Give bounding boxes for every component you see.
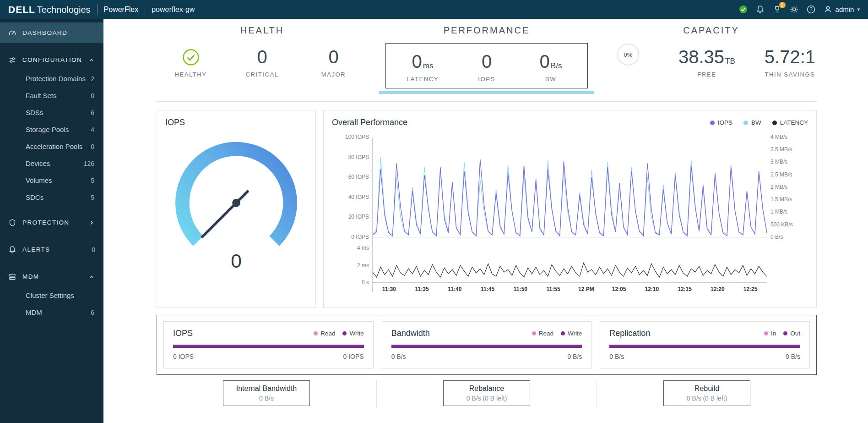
y-axis-label: 60 IOPS (336, 174, 373, 180)
item-count: 0 (91, 143, 94, 150)
sidebar-item-cluster-settings[interactable]: Cluster Settings (0, 287, 103, 304)
right-value: 0 B/s (567, 353, 582, 360)
product-name: PowerFlex (104, 5, 139, 14)
capacity-title: CAPACITY (606, 25, 817, 36)
read-dot-icon (532, 331, 536, 335)
overall-performance-card: Overall Performance IOPS BW LATENCY 100 … (323, 110, 817, 308)
x-tick: 11:55 (537, 286, 570, 292)
health-summary[interactable]: HEALTH HEALTHY 0 CRITICAL 0 MAJOR (157, 25, 368, 78)
item-count: 6 (91, 109, 94, 116)
sidebar-item-configuration[interactable]: CONFIGURATION (0, 49, 103, 70)
sidebar-item-alerts[interactable]: ALERTS 0 (0, 239, 103, 260)
box-title: Rebalance (454, 385, 520, 393)
performance-chart: 100 IOPS 80 IOPS 60 IOPS 40 IOPS 20 IOPS… (372, 137, 767, 292)
sidebar-item-acceleration-pools[interactable]: Acceleration Pools 0 (0, 138, 103, 155)
legend-bw[interactable]: BW (743, 119, 761, 126)
legend-out: Out (783, 330, 800, 337)
milestones-trophy-icon[interactable]: 0 (773, 5, 781, 14)
replication-inout-card: Replication In Out 0 B/s 0 B/s (600, 321, 810, 368)
legend-label: Write (349, 330, 363, 337)
sidebar-item-sdcs[interactable]: SDCs 5 (0, 189, 103, 206)
sidebar-item-sdss[interactable]: SDSs 6 (0, 104, 103, 121)
performance-summary: PERFORMANCE 0ms LATENCY 0 IOPS 0B/s BW (368, 25, 606, 94)
sidebar-item-dashboard[interactable]: DASHBOARD (0, 22, 103, 43)
x-tick: 12 PM (570, 286, 603, 292)
y-axis-label: 40 IOPS (336, 194, 373, 200)
critical-label: CRITICAL (241, 71, 283, 78)
latency-axis-label: 0 s (336, 279, 373, 286)
y2-axis-label: 3 MB/s (767, 159, 787, 165)
sidebar-item-storage-pools[interactable]: Storage Pools 4 (0, 121, 103, 138)
thin-savings-value: 5.72:1 (765, 43, 815, 66)
x-tick: 12:05 (602, 286, 635, 292)
latency-unit: ms (423, 62, 434, 71)
legend-iops[interactable]: IOPS (710, 119, 732, 126)
settings-gear-icon[interactable] (790, 5, 798, 14)
capacity-summary[interactable]: CAPACITY 0% 38.35TB FREE 5.72:1 THIN SAV… (606, 25, 817, 78)
latency-value: 0 (412, 52, 422, 71)
sidebar-item-mdm[interactable]: MDM (0, 266, 103, 287)
box-value: 0 B/s (0 B left) (454, 395, 520, 402)
sidebar: DASHBOARD CONFIGURATION Protection Domai… (0, 19, 103, 423)
sidebar-item-fault-sets[interactable]: Fault Sets 0 (0, 87, 103, 104)
card-title: IOPS (173, 329, 193, 338)
major-metric: 0 MAJOR (313, 43, 355, 78)
brand-technologies: Technologies (37, 5, 91, 15)
topbar-divider (145, 5, 145, 15)
rebalance-box: Rebalance 0 B/s (0 B left) (443, 380, 530, 406)
item-count: 5 (91, 177, 94, 184)
sidebar-item-label: CONFIGURATION (22, 56, 82, 63)
item-count: 0 (91, 92, 94, 99)
replication-inout-bar (609, 345, 800, 348)
y-axis-label: 20 IOPS (336, 214, 373, 220)
configuration-icon (8, 56, 16, 64)
major-label: MAJOR (313, 71, 355, 78)
sidebar-child-label: Cluster Settings (26, 291, 74, 299)
y2-axis-label: 3.5 MB/s (767, 146, 792, 153)
latency-metric: 0ms LATENCY (401, 48, 444, 82)
sidebar-item-volumes[interactable]: Volumes 5 (0, 172, 103, 189)
bw-dot-icon (743, 121, 748, 125)
y2-axis-label: 2.5 MB/s (767, 171, 792, 178)
left-value: 0 B/s (391, 353, 406, 360)
summary-divider (157, 101, 817, 102)
trophy-badge-count: 0 (779, 2, 786, 8)
user-label: admin (835, 5, 854, 13)
notifications-bell-icon[interactable] (756, 5, 765, 14)
box-title: Internal Bandwidth (233, 385, 299, 393)
sidebar-item-protection[interactable]: PROTECTION (0, 212, 103, 233)
dashboard-icon (8, 29, 16, 37)
health-status-icon[interactable] (739, 5, 748, 14)
x-tick: 11:30 (373, 286, 406, 292)
iops-readwrite-bar (173, 345, 364, 348)
write-dot-icon (561, 331, 565, 335)
legend-label: In (771, 330, 776, 337)
sidebar-item-devices[interactable]: Devices 126 (0, 155, 103, 172)
legend-write: Write (561, 330, 582, 337)
latency-label: LATENCY (401, 76, 444, 82)
latency-axis-label: 4 ms (336, 245, 373, 251)
user-menu[interactable]: admin ▾ (824, 5, 860, 14)
box-value: 0 B/s (0 B left) (674, 395, 740, 402)
legend-label: Read (539, 330, 553, 337)
item-count: 5 (91, 194, 94, 201)
y-axis-label: 0 IOPS (336, 234, 373, 240)
y2-axis-label: 4 MB/s (767, 134, 787, 140)
free-label: FREE (678, 71, 735, 78)
sidebar-item-protection-domains[interactable]: Protection Domains 2 (0, 70, 103, 87)
out-dot-icon (783, 331, 787, 335)
iops-bw-plot (373, 137, 767, 237)
read-dot-icon (314, 331, 318, 335)
legend-latency[interactable]: LATENCY (772, 119, 808, 126)
sidebar-item-label: PROTECTION (22, 219, 70, 226)
legend-label: IOPS (718, 119, 732, 126)
help-icon[interactable]: ? (807, 5, 815, 14)
sidebar-item-mdm-child[interactable]: MDM 6 (0, 304, 103, 321)
performance-selected-box[interactable]: 0ms LATENCY 0 IOPS 0B/s BW (385, 43, 588, 88)
sidebar-child-label: Fault Sets (26, 92, 57, 99)
capacity-free-metric: 38.35TB FREE (678, 43, 735, 78)
x-tick: 11:50 (504, 286, 537, 292)
bandwidth-readwrite-card: Bandwidth Read Write 0 B/s 0 B/s (382, 321, 592, 368)
topbar-divider (97, 5, 98, 15)
x-tick: 12:10 (635, 286, 668, 292)
